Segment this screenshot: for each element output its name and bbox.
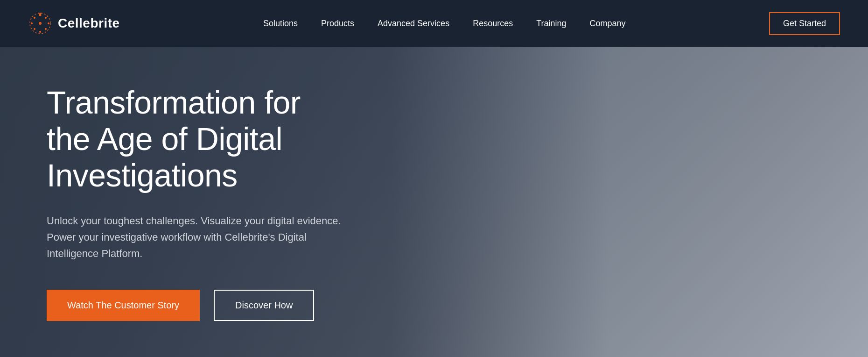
hero-section: Transformation for the Age of Digital In…: [0, 47, 868, 357]
nav-item-advanced-services[interactable]: Advanced Services: [368, 15, 459, 32]
svg-point-1: [39, 22, 42, 25]
cellebrite-logo-icon: [28, 11, 52, 36]
nav-item-products[interactable]: Products: [312, 15, 364, 32]
hero-buttons: Watch The Customer Story Discover How: [47, 290, 350, 321]
navbar-cta: Get Started: [769, 12, 840, 35]
hero-content: Transformation for the Age of Digital In…: [0, 47, 397, 357]
navbar: Cellebrite Solutions Products Advanced S…: [0, 0, 868, 47]
logo-area[interactable]: Cellebrite: [28, 11, 120, 36]
nav-item-training[interactable]: Training: [527, 15, 575, 32]
nav-menu: Solutions Products Advanced Services Res…: [254, 15, 635, 32]
svg-point-8: [31, 22, 33, 24]
hero-subtitle: Unlock your toughest challenges. Visuali…: [47, 213, 350, 262]
watch-customer-story-button[interactable]: Watch The Customer Story: [47, 290, 200, 321]
nav-item-solutions[interactable]: Solutions: [254, 15, 307, 32]
svg-point-5: [45, 28, 47, 30]
discover-how-button[interactable]: Discover How: [214, 290, 314, 321]
svg-point-9: [34, 17, 35, 19]
hero-title: Transformation for the Age of Digital In…: [47, 84, 350, 194]
svg-point-6: [39, 31, 41, 33]
brand-name: Cellebrite: [58, 16, 120, 31]
nav-item-resources[interactable]: Resources: [463, 15, 522, 32]
svg-point-7: [34, 28, 35, 30]
svg-point-3: [45, 17, 47, 19]
get-started-button[interactable]: Get Started: [769, 12, 840, 35]
svg-point-4: [48, 22, 49, 24]
nav-item-company[interactable]: Company: [581, 15, 635, 32]
